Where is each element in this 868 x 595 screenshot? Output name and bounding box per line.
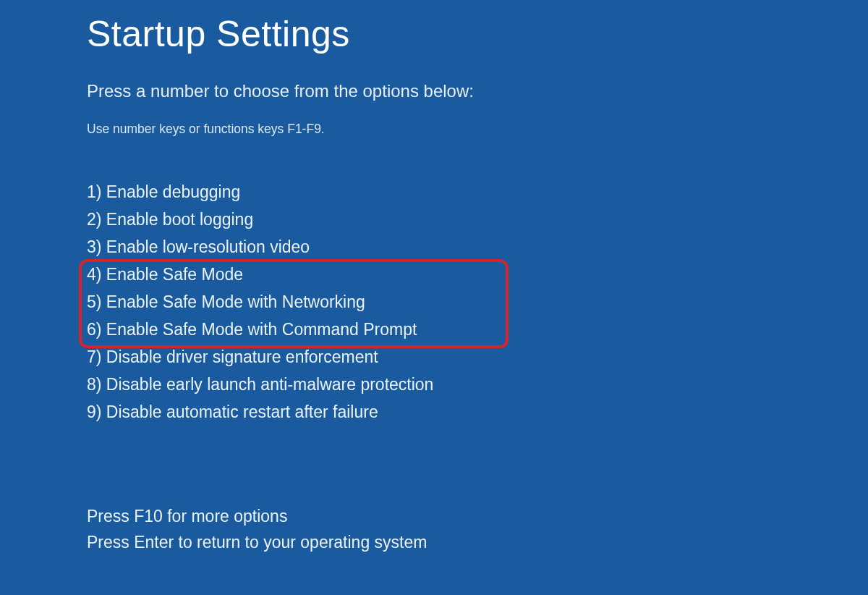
option-enable-safe-mode-command-prompt[interactable]: 6) Enable Safe Mode with Command Prompt xyxy=(87,316,868,344)
option-disable-auto-restart[interactable]: 9) Disable automatic restart after failu… xyxy=(87,399,868,426)
option-disable-driver-signature[interactable]: 7) Disable driver signature enforcement xyxy=(87,344,868,371)
subtitle: Press a number to choose from the option… xyxy=(87,81,868,101)
footer-return: Press Enter to return to your operating … xyxy=(87,530,868,556)
options-list: 1) Enable debugging 2) Enable boot loggi… xyxy=(87,179,868,426)
option-enable-safe-mode[interactable]: 4) Enable Safe Mode xyxy=(87,261,868,289)
option-disable-anti-malware[interactable]: 8) Disable early launch anti-malware pro… xyxy=(87,371,868,399)
page-title: Startup Settings xyxy=(87,13,868,55)
option-enable-debugging[interactable]: 1) Enable debugging xyxy=(87,179,868,206)
option-enable-boot-logging[interactable]: 2) Enable boot logging xyxy=(87,206,868,234)
option-enable-low-resolution-video[interactable]: 3) Enable low-resolution video xyxy=(87,234,868,261)
startup-settings-screen: Startup Settings Press a number to choos… xyxy=(0,0,868,556)
hint-text: Use number keys or functions keys F1-F9. xyxy=(87,122,868,137)
footer-more-options: Press F10 for more options xyxy=(87,504,868,530)
option-enable-safe-mode-networking[interactable]: 5) Enable Safe Mode with Networking xyxy=(87,289,868,316)
